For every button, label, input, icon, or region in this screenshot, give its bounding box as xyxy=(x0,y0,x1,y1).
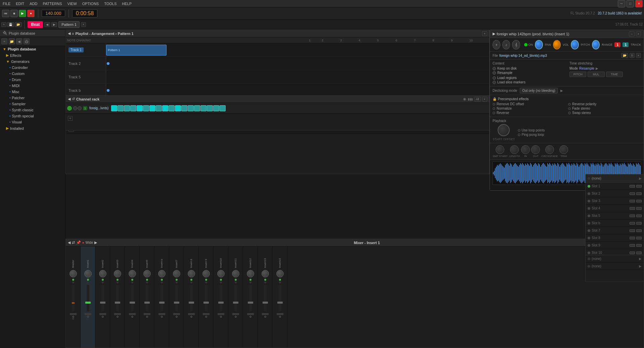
menu-view[interactable]: VIEW xyxy=(66,1,78,6)
menu-help[interactable]: HELP xyxy=(121,1,133,6)
smp-start-knob[interactable] xyxy=(496,145,504,154)
start-offset-knob[interactable] xyxy=(498,124,510,136)
channel-pad[interactable] xyxy=(213,105,219,111)
sampler-tune-btn[interactable]: 𝄞 xyxy=(512,40,520,49)
slot-level-btn[interactable] xyxy=(630,252,635,254)
fx-slot-6[interactable]: Slot b xyxy=(586,220,644,227)
fx-slot-7[interactable]: Slot 7 xyxy=(586,227,644,234)
toolbar-add-btn[interactable]: + xyxy=(1,22,6,27)
routing-item-2[interactable]: (none) ▶ xyxy=(586,263,644,270)
out-knob[interactable] xyxy=(531,145,540,154)
fader-handle-green[interactable] xyxy=(85,302,91,304)
file-close-btn[interactable]: × xyxy=(636,53,641,58)
slot-level-btn[interactable] xyxy=(630,215,635,217)
menu-options[interactable]: OPTIONS xyxy=(81,1,100,6)
mixer-send-knob[interactable] xyxy=(99,270,106,277)
slot-send-btn[interactable] xyxy=(636,200,642,202)
sidebar-item-drum[interactable]: ▪ Drum xyxy=(0,77,65,83)
file-copy-btn[interactable]: ⎘ xyxy=(630,53,635,58)
mixer-channel-master[interactable]: Master xyxy=(66,246,81,348)
channel-rack-prev-btn[interactable]: ◀ xyxy=(68,97,71,101)
mute-led[interactable] xyxy=(87,316,89,318)
precomputed-item[interactable]: Reverse xyxy=(493,111,565,115)
ts-time-btn[interactable]: TIME xyxy=(606,72,623,77)
mixer-send-knob[interactable] xyxy=(70,270,77,277)
routing-arrow-2[interactable]: ▶ xyxy=(639,264,642,268)
channel-pad[interactable] xyxy=(181,105,187,111)
channel-pad[interactable] xyxy=(143,105,149,111)
fx-slot-5[interactable]: Slot 5 xyxy=(586,212,644,220)
sidebar-item-synth-special[interactable]: ▪ Synth special xyxy=(0,113,65,119)
track-content-1[interactable]: Pottern 1 xyxy=(106,43,489,56)
mixer-send-knob[interactable] xyxy=(129,270,136,277)
load-regions-option[interactable]: Load regions xyxy=(493,76,564,80)
file-name[interactable]: foreign whip 14_od_blvnts).mp3 xyxy=(499,54,620,57)
channel-pad[interactable] xyxy=(175,105,181,111)
toolbar-open-btn[interactable]: 📂 xyxy=(15,22,22,27)
sidebar-item-installed[interactable]: ▶ Installed xyxy=(0,125,65,131)
slot-send-btn[interactable] xyxy=(636,207,642,210)
sidebar-item-custom[interactable]: ▪ Custom xyxy=(0,71,65,77)
fx-slot-3[interactable]: Slot 3 xyxy=(586,197,644,205)
channel-pad[interactable] xyxy=(207,105,213,111)
declicking-arrow[interactable]: ▶ xyxy=(560,89,563,92)
mixer-channel-insert[interactable]: Insert2 xyxy=(95,246,110,348)
add-channel-btn[interactable]: + xyxy=(68,116,73,121)
channel-pad[interactable] xyxy=(169,105,175,111)
crossfade-knob[interactable] xyxy=(545,145,554,154)
mixer-channel-insert[interactable]: Insert b xyxy=(154,246,169,348)
menu-edit[interactable]: EDIT xyxy=(14,1,26,6)
ch-mute-btn[interactable] xyxy=(73,106,77,110)
channel-rack-close-btn[interactable]: × xyxy=(482,97,487,102)
precomputed-item[interactable]: Swap stereo xyxy=(568,111,641,115)
slot-send-btn[interactable] xyxy=(636,237,642,239)
resample-option[interactable]: Resample xyxy=(493,71,564,75)
slot-level-btn[interactable] xyxy=(630,207,635,210)
routing-arrow-1[interactable]: ▶ xyxy=(639,257,642,261)
mixer-channel-insert[interactable]: Insert3 xyxy=(110,246,125,348)
channel-pad[interactable] xyxy=(194,105,200,111)
mixer-send-knob[interactable] xyxy=(158,270,166,277)
mixer-channel-insert[interactable]: Insert11 xyxy=(228,246,243,348)
sidebar-item-effects[interactable]: ▶ Effects xyxy=(0,52,65,59)
ts-mode-arrow[interactable]: ▶ xyxy=(596,67,598,70)
sidebar-item-sampler[interactable]: ▪ Sampler xyxy=(0,101,65,107)
playlist-prev-btn[interactable]: ◀ xyxy=(68,31,71,36)
track-content-2[interactable] xyxy=(106,57,489,70)
channel-pad[interactable] xyxy=(137,105,143,111)
length-knob[interactable] xyxy=(510,145,519,154)
mixer-channel-insert[interactable]: Insert 9 xyxy=(199,246,214,348)
sidebar-folder-btn[interactable]: 📁 xyxy=(9,38,15,44)
mixer-channel-insert[interactable]: Insert13 xyxy=(258,246,273,348)
ch-solo-btn[interactable] xyxy=(78,106,82,110)
mixer-channel-insert[interactable]: Insert4 xyxy=(125,246,140,348)
mixer-channel-insert[interactable]: Insert10 xyxy=(214,246,228,348)
mixer-send-knob[interactable] xyxy=(232,270,239,277)
sampler-note-btn[interactable]: ♪ xyxy=(502,40,510,49)
fx-slot-4[interactable]: Slot 4 xyxy=(586,205,644,212)
fx-badge[interactable]: 1 xyxy=(623,42,629,47)
precomputed-item[interactable]: Normalize xyxy=(493,107,565,110)
sidebar-arrow-left-btn[interactable]: ◀ xyxy=(16,38,22,44)
sidebar-add-btn[interactable]: + xyxy=(1,38,7,44)
prev-btn[interactable]: ⏮ xyxy=(2,10,9,17)
channel-active-led[interactable] xyxy=(67,106,72,111)
channel-pad[interactable] xyxy=(156,105,162,111)
slot-level-btn[interactable] xyxy=(630,200,635,202)
mixer-channel-insert[interactable]: Insert12 xyxy=(243,246,258,348)
channel-pad[interactable] xyxy=(149,105,155,111)
slot-level-btn[interactable] xyxy=(630,222,635,225)
routing-item-1[interactable]: (none) ▶ xyxy=(586,255,644,263)
sampler-minimize-btn[interactable]: ─ xyxy=(629,32,634,36)
channel-pad[interactable] xyxy=(130,105,136,111)
ts-pitch-btn[interactable]: PITCH xyxy=(569,72,586,77)
channel-pad[interactable] xyxy=(200,105,206,111)
sidebar-item-midi[interactable]: ▪ MIDI xyxy=(0,83,65,89)
fx-none-arrow[interactable]: ▶ xyxy=(639,177,642,180)
slot-send-btn[interactable] xyxy=(636,185,642,188)
sidebar-item-synth-classic[interactable]: ▪ Synth classic xyxy=(0,107,65,113)
slot-level-btn[interactable] xyxy=(630,192,635,195)
slot-send-btn[interactable] xyxy=(636,215,642,217)
stop-btn[interactable]: ■ xyxy=(10,10,18,17)
use-loop-option[interactable]: Use loop points xyxy=(518,128,545,132)
